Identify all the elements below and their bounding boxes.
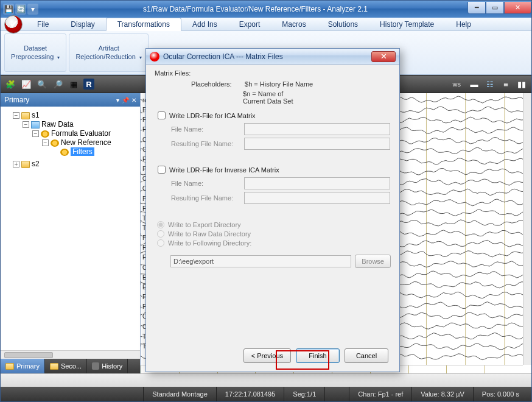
inverse-resulting-filename-input[interactable] bbox=[244, 192, 390, 204]
qat-refresh-icon[interactable]: 🔄 bbox=[15, 4, 26, 15]
tree-node-s2[interactable]: +s2 bbox=[13, 159, 138, 169]
browse-button[interactable]: Browse bbox=[355, 255, 391, 268]
ica-filename-input[interactable] bbox=[244, 123, 390, 135]
close-button[interactable]: ✕ bbox=[504, 2, 531, 14]
menubar: ✔ File Display Transformations Add Ins E… bbox=[1, 18, 531, 31]
directory-path-input[interactable] bbox=[170, 255, 351, 267]
minimize-button[interactable]: ━ bbox=[467, 2, 486, 14]
menu-macros[interactable]: Macros bbox=[271, 18, 317, 30]
sidebar-tabs: Primary Seco... History bbox=[1, 359, 140, 373]
wave-icon bbox=[31, 121, 40, 129]
statusbar: Standard Montage 17:22:17.081495 Seg:1/1… bbox=[1, 387, 531, 401]
filename-label: File Name: bbox=[171, 125, 244, 133]
finish-button[interactable]: Finish bbox=[296, 348, 340, 363]
qat-dropdown-icon[interactable]: ▾ bbox=[27, 4, 38, 15]
dialog-titlebar[interactable]: Ocular Correction ICA --- Matrix Files ✕ bbox=[146, 49, 399, 65]
tool-pause-icon[interactable]: ▮▮ bbox=[516, 78, 528, 90]
dialog-title: Ocular Correction ICA --- Matrix Files bbox=[163, 52, 283, 61]
scrollbar-thumb[interactable] bbox=[4, 352, 53, 358]
radio-following-dir[interactable]: Write to Following Directory: bbox=[157, 239, 391, 247]
radio-rawdata-dir[interactable]: Write to Raw Data Directory bbox=[157, 230, 391, 238]
menu-history-template[interactable]: History Template bbox=[369, 18, 445, 30]
inverse-filename-input[interactable] bbox=[244, 177, 390, 189]
dialog-close-button[interactable]: ✕ bbox=[371, 51, 396, 62]
tree-node-rawdata[interactable]: −Raw Data −Formula Evaluator −New Refere… bbox=[23, 119, 138, 158]
status-position: Pos: 0.000 s bbox=[473, 387, 528, 401]
tree-node-filters[interactable]: Filters bbox=[52, 147, 138, 157]
status-montage: Standard Montage bbox=[143, 387, 216, 401]
ribbon-label: ArtifactRejection/Reduction ▾ bbox=[75, 44, 142, 62]
titlebar: 💾 🔄 ▾ s1/Raw Data/Formula Evaluator/New … bbox=[1, 1, 531, 18]
sidebar-pin-icon[interactable]: 📌 bbox=[122, 97, 129, 104]
status-channel: Chan: Fp1 - ref bbox=[349, 387, 411, 401]
gear-icon bbox=[51, 139, 59, 147]
tool-r-icon[interactable]: R bbox=[83, 79, 94, 90]
tree-node-s1[interactable]: −s1 −Raw Data −Formula Evaluator −New Re… bbox=[13, 110, 138, 159]
window-title: s1/Raw Data/Formula Evaluator/New Refere… bbox=[43, 5, 467, 13]
sidebar: Primary ▾ 📌 ✕ −s1 −Raw Data −Formula Eva… bbox=[1, 93, 141, 373]
folder-icon bbox=[21, 161, 30, 168]
tool-zoom-out-icon[interactable]: 🔎 bbox=[52, 78, 64, 90]
dialog-buttons: < Previous Finish Cancel bbox=[155, 344, 391, 369]
write-ldr-inverse-checkbox[interactable]: Write LDR-File for Inverse ICA Matrix bbox=[158, 166, 390, 174]
inverse-ica-section: Write LDR-File for Inverse ICA Matrix Fi… bbox=[155, 161, 391, 216]
menu-file[interactable]: File bbox=[26, 18, 60, 30]
sidebar-header: Primary ▾ 📌 ✕ bbox=[1, 93, 140, 107]
quick-access-toolbar: 💾 🔄 ▾ bbox=[3, 4, 38, 15]
view-tabstrip bbox=[1, 373, 531, 387]
resulting-filename-label: Resulting File Name: bbox=[171, 140, 244, 147]
tool-layout2-icon[interactable]: ☷ bbox=[484, 78, 496, 90]
sidetab-history[interactable]: History bbox=[87, 359, 128, 373]
tree-hscrollbar[interactable] bbox=[1, 350, 140, 359]
tree-node-formula[interactable]: −Formula Evaluator −New Reference Filter… bbox=[32, 129, 138, 158]
sidebar-title: Primary bbox=[4, 96, 29, 104]
radio-export-dir[interactable]: Write to Export Directory bbox=[157, 221, 391, 228]
filename-label: File Name: bbox=[171, 180, 244, 187]
maximize-button[interactable]: ▭ bbox=[486, 2, 504, 14]
sidetab-secondary[interactable]: Seco... bbox=[45, 359, 87, 373]
placeholder-row-2: $n = Name of Current Data Set bbox=[155, 90, 391, 105]
previous-button[interactable]: < Previous bbox=[243, 348, 291, 363]
gear-icon bbox=[41, 130, 49, 138]
menu-export[interactable]: Export bbox=[228, 18, 271, 30]
ribbon-artifact-rejection[interactable]: ArtifactRejection/Reduction ▾ bbox=[69, 34, 149, 72]
cancel-button[interactable]: Cancel bbox=[345, 348, 388, 363]
tree-node-newref[interactable]: −New Reference Filters bbox=[42, 138, 138, 157]
menu-solutions[interactable]: Solutions bbox=[317, 18, 369, 30]
app-icon[interactable]: ✔ bbox=[4, 15, 23, 34]
ica-matrix-dialog: Ocular Correction ICA --- Matrix Files ✕… bbox=[145, 48, 400, 372]
tool-layout1-icon[interactable]: ▬ bbox=[468, 78, 480, 90]
history-icon bbox=[92, 362, 99, 370]
output-directory-group: Write to Export Directory Write to Raw D… bbox=[157, 219, 391, 249]
menu-help[interactable]: Help bbox=[445, 18, 482, 30]
ribbon-dataset-preprocessing[interactable]: DatasetPreprocessing ▾ bbox=[4, 34, 66, 72]
status-blank bbox=[4, 387, 15, 401]
write-ldr-ica-checkbox[interactable]: Write LDR-File for ICA Matrix bbox=[158, 111, 390, 119]
window-controls: ━ ▭ ✕ bbox=[467, 4, 531, 14]
tool-inspect-icon[interactable]: 🧩 bbox=[4, 78, 16, 90]
matrix-files-label: Matrix Files: bbox=[155, 69, 391, 77]
menu-addins[interactable]: Add Ins bbox=[181, 18, 228, 30]
signal-vscrollbar[interactable] bbox=[523, 93, 531, 365]
tool-grid-icon[interactable]: ▦ bbox=[68, 78, 80, 90]
resulting-filename-label: Resulting File Name: bbox=[171, 194, 244, 202]
tool-zoom-in-icon[interactable]: 🔍 bbox=[36, 78, 48, 90]
app-window: 💾 🔄 ▾ s1/Raw Data/Formula Evaluator/New … bbox=[0, 0, 532, 402]
folder-icon bbox=[50, 363, 58, 370]
dialog-app-icon bbox=[150, 52, 159, 62]
toolbar-ws-label: ws bbox=[453, 80, 461, 88]
menu-transformations[interactable]: Transformations bbox=[106, 18, 181, 31]
menu-display[interactable]: Display bbox=[60, 18, 105, 30]
ica-resulting-filename-input[interactable] bbox=[244, 138, 390, 150]
tool-layout3-icon[interactable]: ≡ bbox=[500, 78, 512, 90]
gear-icon bbox=[60, 149, 69, 156]
qat-save-icon[interactable]: 💾 bbox=[3, 4, 14, 15]
tool-chart-icon[interactable]: 📈 bbox=[20, 78, 32, 90]
sidetab-primary[interactable]: Primary bbox=[1, 359, 45, 373]
placeholder-row-1: Placeholders: $h = History File Name bbox=[155, 80, 391, 88]
folder-icon bbox=[21, 112, 30, 119]
sidebar-close-icon[interactable]: ✕ bbox=[131, 97, 136, 104]
status-segment: Seg:1/1 bbox=[284, 387, 324, 401]
history-tree[interactable]: −s1 −Raw Data −Formula Evaluator −New Re… bbox=[1, 107, 140, 350]
sidebar-dropdown-icon[interactable]: ▾ bbox=[116, 97, 119, 104]
